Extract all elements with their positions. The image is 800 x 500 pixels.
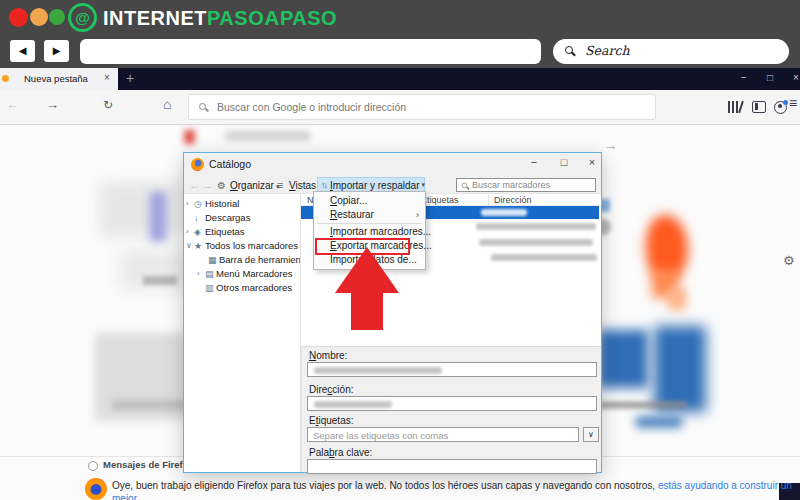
palabra-clave-field[interactable]: [307, 459, 597, 474]
brand-title: INTERNETPASOAPASO: [103, 6, 337, 30]
redacted-url: [481, 209, 527, 216]
brand-word-internet: INTERNET: [103, 7, 207, 29]
bookmarks-search-input[interactable]: Buscar marcadores: [456, 178, 596, 192]
newtab-settings-gear-icon[interactable]: ⚙: [783, 253, 795, 268]
dialog-sidebar: ›◷Historial ↓Descargas ›◈Etiquetas ∨★Tod…: [184, 194, 301, 472]
nombre-field[interactable]: [307, 362, 597, 377]
dialog-maximize-button[interactable]: □: [556, 156, 572, 168]
window-minimize-button[interactable]: −: [736, 72, 752, 83]
expander-icon[interactable]: ›: [186, 199, 194, 208]
page: @ INTERNETPASOAPASO ◀ ▶ Search Nueva pes…: [0, 0, 800, 500]
star-icon: ★: [194, 241, 205, 251]
organize-label: rganizar: [238, 180, 274, 191]
mock-search-box[interactable]: Search: [553, 39, 789, 64]
window-close-button[interactable]: ×: [788, 72, 800, 83]
sidebar-toggle-icon[interactable]: [752, 101, 766, 113]
redacted-text: [314, 367, 442, 374]
red-arrow-annotation: [335, 247, 399, 293]
toolbar-icon: ▦: [208, 255, 219, 265]
tags-icon: ◈: [194, 227, 205, 237]
menu-item-importar-marcadores[interactable]: Importar marcadores...: [314, 225, 425, 239]
messages-icon: [88, 461, 98, 471]
search-placeholder: Search: [585, 43, 629, 58]
sidebar-item-descargas[interactable]: ↓Descargas: [184, 211, 300, 224]
blurred-logo-blue: [636, 416, 682, 428]
site-header: @ INTERNETPASOAPASO ◀ ▶ Search: [0, 0, 800, 68]
reload-icon[interactable]: ↻: [103, 98, 113, 112]
search-icon: [462, 182, 468, 188]
redacted-url: [491, 254, 597, 261]
dialog-minimize-button[interactable]: −: [526, 156, 542, 168]
dialog-titlebar[interactable]: Catálogo − □ ×: [184, 153, 601, 176]
favicon-dot: [2, 75, 9, 82]
sidebar-item-barra-herramientas[interactable]: ▦Barra de herramientas de...: [184, 253, 300, 266]
blurred-content: [95, 333, 188, 421]
home-icon[interactable]: ⌂: [163, 96, 171, 112]
brand-word-a: A: [264, 6, 280, 29]
firefox-message: Oye, buen trabajo eligiendo Firefox para…: [112, 479, 800, 500]
blurred-logo-blue: [654, 326, 706, 412]
redacted-url: [476, 223, 596, 230]
views-icon: ≡: [277, 179, 283, 191]
notification-dot: [783, 100, 788, 105]
sidebar-item-historial[interactable]: ›◷Historial: [184, 197, 300, 210]
account-icon[interactable]: [774, 101, 787, 114]
blurred-content: [100, 182, 185, 237]
download-icon: ↓: [194, 213, 205, 223]
window-maximize-button[interactable]: □: [762, 72, 778, 83]
mock-forward-button[interactable]: ▶: [44, 40, 69, 62]
forward-icon[interactable]: →: [46, 97, 59, 112]
column-etiquetas[interactable]: Etiquetas: [421, 195, 459, 205]
sidebar-item-todos-los-marcadores[interactable]: ∨★Todos los marcadores: [184, 239, 300, 252]
sidebar-item-menu-marcadores[interactable]: ›▤Menú Marcadores: [184, 267, 300, 280]
back-icon[interactable]: ←: [6, 97, 19, 112]
organize-button[interactable]: Organizar▾: [230, 180, 279, 191]
etiquetas-dropdown-button[interactable]: ∨: [583, 427, 599, 442]
sidebar-item-label: Todos los marcadores: [205, 240, 298, 251]
blurred-logo: [184, 130, 195, 144]
sidebar-item-etiquetas[interactable]: ›◈Etiquetas: [184, 225, 300, 238]
nombre-label: Nombre:: [309, 350, 347, 361]
menu-item-restaurar[interactable]: Restaurar›: [314, 208, 425, 222]
direccion-field[interactable]: [307, 396, 597, 411]
organize-label: O: [230, 180, 238, 191]
tab-nueva-pestana[interactable]: Nueva pestaña ×: [0, 68, 118, 90]
urlbar-placeholder: Buscar con Google o introducir dirección: [217, 101, 406, 113]
column-separator[interactable]: [488, 194, 489, 206]
chevron-down-icon: ▾: [421, 181, 425, 189]
firefox-messages-label: Mensajes de Firefox: [103, 459, 194, 470]
firefox-icon: [191, 158, 204, 171]
etiquetas-field[interactable]: Separe las etiquetas con comas: [307, 427, 579, 442]
expander-icon[interactable]: ›: [186, 227, 194, 236]
dialog-forward-icon[interactable]: →: [202, 179, 213, 191]
brand-word-paso1: PASO: [207, 7, 264, 29]
mock-address-bar[interactable]: [80, 39, 541, 64]
menu-item-copiar[interactable]: Copiar...: [314, 194, 425, 208]
dialog-close-button[interactable]: ×: [584, 156, 600, 168]
import-export-icon: ↑↓: [321, 180, 326, 190]
library-icon[interactable]: [728, 101, 730, 113]
window-dot-yellow: [30, 8, 48, 26]
firefox-tabbar: Nueva pestaña × + − □ ×: [0, 68, 800, 90]
urlbar[interactable]: Buscar con Google o introducir dirección: [188, 94, 656, 120]
expander-icon[interactable]: ›: [197, 269, 205, 278]
clock-icon: ◷: [194, 199, 205, 209]
redacted-text: [112, 400, 190, 410]
etiquetas-placeholder: Separe las etiquetas con comas: [313, 430, 448, 441]
new-tab-button[interactable]: +: [126, 70, 134, 86]
message-text: Oye, buen trabajo eligiendo Firefox para…: [112, 480, 658, 491]
redacted-url: [479, 239, 593, 246]
tab-title: Nueva pestaña: [24, 73, 88, 84]
expander-icon[interactable]: ∨: [186, 241, 194, 250]
sidebar-item-otros-marcadores[interactable]: ▥Otros marcadores: [184, 281, 300, 294]
brand-logo-icon: @: [68, 3, 97, 32]
search-icon: [565, 46, 573, 54]
tab-close-icon[interactable]: ×: [104, 72, 110, 83]
blurred-content: [120, 250, 190, 290]
window-dot-green: [49, 9, 65, 25]
hamburger-menu-icon[interactable]: ≡: [789, 95, 797, 111]
sidebar-item-label: Otros marcadores: [216, 282, 292, 293]
column-direccion[interactable]: Dirección: [494, 195, 532, 205]
mock-back-button[interactable]: ◀: [10, 40, 35, 62]
dialog-back-icon[interactable]: ←: [189, 179, 200, 191]
